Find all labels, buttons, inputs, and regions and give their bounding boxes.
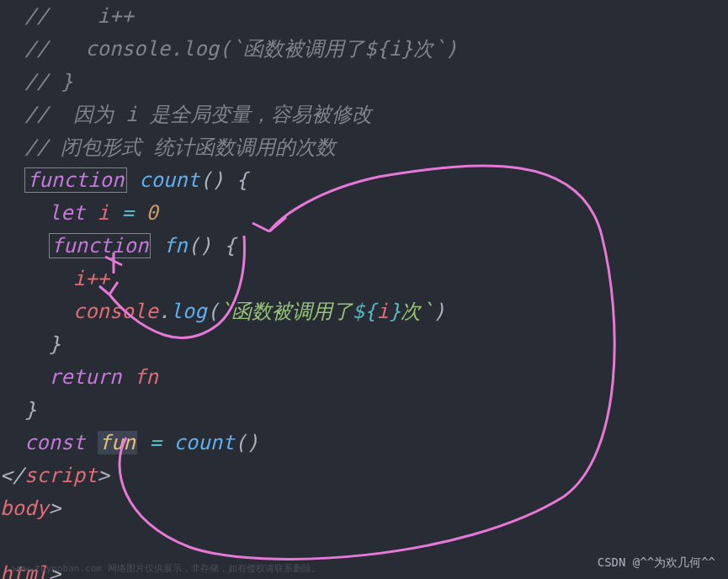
script-tag: script: [24, 464, 98, 487]
variable-i: i: [98, 201, 109, 225]
code-line: // }: [0, 66, 728, 98]
code-line: // 闭包形式 统计函数调用的次数: [0, 131, 728, 164]
comment-text: // console.log(`函数被调用了${i}次`): [24, 37, 458, 61]
template-close: }: [389, 300, 401, 323]
equals: =: [149, 431, 161, 454]
backtick: `: [421, 300, 433, 323]
code-line: // console.log(`函数被调用了${i}次`): [0, 33, 728, 66]
log-method: log: [170, 300, 206, 323]
code-line: let i = 0: [0, 197, 728, 230]
comment-text: // 因为 i 是全局变量，容易被修改: [24, 103, 372, 126]
comment-text: // 闭包形式 统计函数调用的次数: [24, 135, 336, 159]
code-editor: // i++ // console.log(`函数被调用了${i}次`) // …: [0, 0, 728, 579]
code-line: function count() {: [0, 164, 728, 197]
code-line: </script>: [0, 459, 728, 492]
paren-open: (: [207, 300, 219, 323]
brace: {: [224, 168, 248, 192]
string-text: 次: [401, 300, 421, 323]
csdn-watermark: CSDN @^^为欢几何^^: [598, 555, 715, 571]
code-line: // 因为 i 是全局变量，容易被修改: [0, 98, 728, 131]
template-open: ${: [353, 300, 377, 323]
code-line: function fn() {: [0, 230, 728, 263]
code-line: [0, 525, 728, 558]
code-line: body>: [0, 492, 728, 525]
body-tag: body: [0, 497, 49, 520]
parens: (): [188, 234, 212, 258]
code-line: return fn: [0, 361, 728, 394]
keyword-function-boxed: function: [24, 167, 127, 193]
comment-text: // i++: [24, 4, 134, 28]
gt: >: [49, 497, 61, 520]
function-call: count: [173, 431, 234, 454]
template-var: i: [376, 300, 388, 323]
const-fun-selected: fun: [98, 431, 137, 454]
string-text: 函数被调用了: [231, 300, 353, 323]
keyword-return: return: [49, 365, 122, 389]
number-zero: 0: [146, 201, 157, 225]
code-line: const fun = count(): [0, 427, 728, 459]
equals: =: [109, 201, 146, 225]
brace: {: [212, 234, 236, 258]
code-line: }: [0, 328, 728, 361]
keyword-const: const: [24, 431, 85, 454]
increment: i++: [73, 267, 109, 290]
function-name: count: [139, 168, 199, 192]
console-obj: console: [73, 300, 158, 323]
backtick: `: [219, 300, 231, 323]
code-line: // i++: [0, 0, 728, 33]
keyword-let: let: [49, 201, 85, 225]
brace-close: }: [24, 398, 36, 422]
parens: (): [235, 431, 259, 454]
function-name: fn: [163, 234, 188, 258]
tag-open: </: [0, 464, 24, 487]
keyword-function-boxed: function: [49, 233, 151, 258]
comment-text: // }: [24, 70, 73, 93]
brace-close: }: [49, 332, 61, 356]
code-line: console.log(`函数被调用了${i}次`): [0, 295, 728, 328]
return-value: fn: [134, 365, 158, 389]
paren-close: ): [433, 300, 445, 323]
footer-watermark: www.toymoban.com 网络图片仅供展示，非存储，如有侵权请联系删除。: [13, 562, 321, 575]
gt: >: [98, 464, 109, 487]
parens: (): [199, 168, 224, 192]
dot: .: [158, 300, 170, 323]
code-line: }: [0, 394, 728, 427]
code-line: i++: [0, 263, 728, 295]
